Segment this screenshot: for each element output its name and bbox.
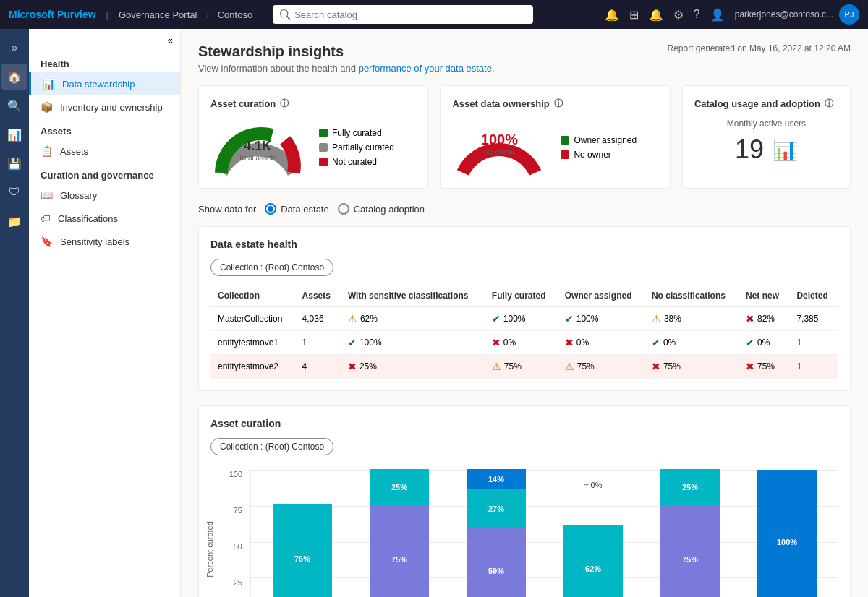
error-icon: ✖ [746,361,754,372]
sensitivity-icon: 🔖 [41,236,53,247]
bar-group-4: ≈ 0% 62% [548,470,639,597]
catalog-usage-title: Catalog usage and adoption ⓘ [694,98,838,110]
bar-seg-5b: 25% [660,469,720,505]
health-section-header: Health [29,51,180,72]
bar-group-2: 75% 25% [354,470,445,597]
donut-sublabel: Total assets [239,154,277,162]
inventory-icon: 📦 [41,101,53,113]
ownership-value: 100% [481,132,518,148]
sidebar-item-label: Glossary [60,190,97,201]
sidebar-item-label: Classifications [58,213,118,224]
cell-owner: ⚠ 75% [558,355,644,379]
legend-partially-curated: Partially curated [319,142,394,153]
rail-catalog[interactable]: 🔍 [1,93,27,119]
curation-collection-filter[interactable]: Collection : (Root) Contoso [210,438,333,455]
bar-top-label-4: ≈ 0% [584,481,603,489]
cell-no-class: ✖ 75% [644,355,739,379]
top-nav: Microsoft Purview | Governance Portal › … [0,0,868,29]
rail-insights[interactable]: 📊 [1,121,27,147]
cell-net-new: ✖ 82% [739,307,789,331]
bar-seg-3a: 59% [467,528,526,597]
cell-collection: entitytestmove1 [210,331,295,355]
cell-no-class: ✔ 0% [644,331,739,355]
col-sensitive: With sensitive classifications [341,285,485,307]
rail-data[interactable]: 💾 [1,150,27,176]
bar-seg-2b: 25% [370,469,429,505]
asset-curation-section-title: Asset curation [210,418,838,429]
catalog-usage-info-icon[interactable]: ⓘ [825,98,833,110]
data-estate-health-section: Data estate health Collection : (Root) C… [198,226,851,391]
warn-icon: ⚠ [652,313,661,325]
y-label-100: 100 [229,470,242,478]
col-owner: Owner assigned [558,285,644,307]
user-menu[interactable]: parkerjones@contoso.c... PJ [735,4,859,25]
page-subtitle: View information about the health and pe… [198,63,851,74]
sidebar: « Health 📊 Data stewardship 📦 Inventory … [29,29,181,597]
cell-no-class: ⚠ 38% [644,307,739,331]
assets-icon: 📋 [41,145,53,157]
bar-stack-5: 75% 25% [660,469,720,597]
search-icon [280,9,290,20]
bar-chart-icon: 📊 [773,138,798,162]
bell-icon[interactable]: 🔔 [649,8,663,22]
feedback-icon[interactable]: 👤 [710,8,725,22]
username-label: parkerjones@contoso.c... [735,9,833,20]
asset-ownership-card: Asset data ownership ⓘ 100% No owner [440,85,670,189]
radio-label-data-estate: Data estate [281,204,329,215]
bar-group-6: 100% [741,470,833,597]
error-icon: ✖ [492,337,501,348]
cell-collection: entitytestmove2 [210,355,295,379]
radio-label-catalog: Catalog adoption [354,204,425,215]
cell-assets: 4,036 [295,307,341,331]
col-fully-curated: Fully curated [485,285,558,307]
sidebar-collapse-btn[interactable]: « [29,29,180,51]
radio-catalog-adoption[interactable]: Catalog adoption [338,203,425,215]
rail-manage[interactable]: 📁 [1,208,27,234]
radio-circle-data-estate [265,203,276,215]
search-input[interactable] [294,9,526,20]
donut-container: 4.1K Total assets Fully curated Partiall… [210,119,416,176]
portal-label: Governance Portal [119,9,197,20]
cards-row: Asset curation ⓘ 4 [198,85,851,189]
monthly-label: Monthly active users [694,119,838,129]
collection-filter[interactable]: Collection : (Root) Contoso [210,259,333,276]
legend-fully-curated: Fully curated [319,128,394,138]
notification-icon[interactable]: 🔔 [605,8,619,22]
settings-icon[interactable]: ⚙ [673,8,684,22]
sidebar-item-label: Inventory and ownership [60,102,163,113]
asset-ownership-info-icon[interactable]: ⓘ [554,98,563,110]
show-data-label: Show data for [198,204,256,215]
asset-ownership-title: Asset data ownership ⓘ [452,98,658,110]
warn-icon: ⚠ [565,361,574,372]
search-bar[interactable] [273,5,533,24]
legend-dot-fully [319,129,328,137]
sidebar-item-assets[interactable]: 📋 Assets [29,139,180,163]
sidebar-item-data-stewardship[interactable]: 📊 Data stewardship [29,72,180,95]
sidebar-item-glossary[interactable]: 📖 Glossary [29,184,180,207]
sidebar-item-classifications[interactable]: 🏷 Classifications [29,207,180,230]
subtitle-link[interactable]: performance of your data estate. [359,63,495,74]
rail-home[interactable]: 🏠 [1,64,27,90]
sidebar-item-label: Assets [60,146,88,157]
bar-group-1: 76% [257,470,348,597]
table-row: entitytestmove1 1 ✔ 100% ✖ 0% ✖ 0% ✔ 0% … [210,331,838,355]
radio-data-estate[interactable]: Data estate [265,203,329,215]
rail-governance[interactable]: 🛡 [1,179,27,205]
asset-curation-info-icon[interactable]: ⓘ [280,98,289,110]
bar-group-3: 59% 27% 14% [451,470,542,597]
check-icon: ✔ [652,337,660,348]
avatar[interactable]: PJ [839,4,859,25]
assets-section-header: Assets [29,119,180,139]
bar-seg-4: 62% [563,525,623,597]
main-layout: » 🏠 🔍 📊 💾 🛡 📁 « Health 📊 Data stewardshi… [0,29,868,597]
donut-value: 4.1K [239,139,277,154]
help-icon[interactable]: ? [694,8,700,21]
error-icon: ✖ [348,361,357,372]
rail-expand[interactable]: » [1,35,27,61]
bar-chart: 100 75 50 25 Percent curated [210,470,838,597]
collapse-icon: « [168,35,173,46]
cell-deleted: 1 [789,331,838,355]
apps-icon[interactable]: ⊞ [629,8,639,22]
sidebar-item-sensitivity[interactable]: 🔖 Sensitivity labels [29,230,180,253]
sidebar-item-inventory[interactable]: 📦 Inventory and ownership [29,95,180,119]
